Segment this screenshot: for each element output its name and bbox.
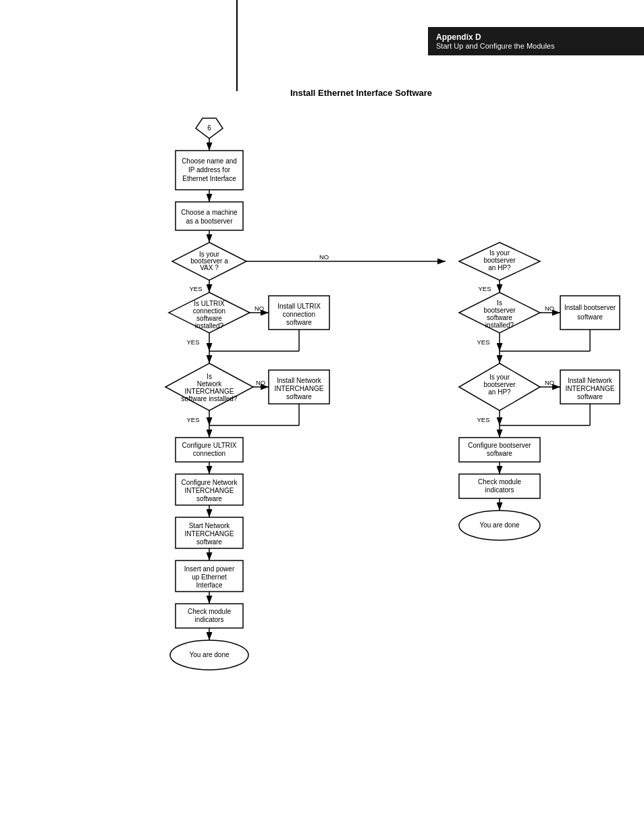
is-ni-text1: Is	[207, 373, 212, 380]
check-indicators-right-text1: Check module	[478, 478, 521, 486]
is-hp2-text3: an HP?	[488, 388, 511, 396]
install-ni-right-text1: Install Network	[568, 377, 613, 384]
yes-label-hp: YES	[478, 285, 491, 292]
yes-label-boot: YES	[477, 338, 489, 346]
no-label-vax: NO	[319, 253, 329, 261]
is-ni-text3: INTERCHANGE	[185, 388, 234, 395]
done-right-text: You are done	[479, 521, 520, 529]
configure-ni-text1: Configure Network	[182, 479, 238, 486]
configure-ultrix-text1: Configure ULTRIX	[182, 442, 237, 449]
is-boot-text2: bootserver	[483, 307, 516, 314]
is-hp-text1: Is your	[489, 249, 510, 257]
configure-ultrix-text2: connection	[193, 450, 225, 457]
is-hp-text3: an HP?	[488, 264, 511, 271]
flowchart-title: Install Ethernet Interface Software	[95, 88, 628, 98]
choose-machine-text1: Choose a machine	[181, 209, 238, 216]
is-ni-text4: software installed?	[182, 395, 238, 402]
insert-power-text1: Insert and power	[184, 565, 235, 573]
left-divider	[236, 0, 238, 91]
install-ni-right-text3: software	[577, 393, 603, 400]
no-label-boot: NO	[545, 305, 554, 312]
install-boot-text1: Install bootserver	[564, 304, 616, 311]
install-ni-text1: Install Network	[277, 377, 322, 384]
is-vax-text3: VAX ?	[200, 264, 219, 271]
is-ultrix-text3: software	[196, 315, 222, 322]
is-ultrix-text2: connection	[193, 307, 225, 315]
step6-label: 6	[207, 124, 211, 132]
start-ni-text2: INTERCHANGE	[185, 530, 234, 538]
is-hp-text2: bootserver	[483, 257, 516, 264]
insert-power-text3: Interface	[196, 581, 223, 589]
flowchart-svg: 6 Choose name and IP address for Etherne…	[115, 111, 628, 834]
yes-label-ultrix: YES	[186, 338, 199, 346]
yes-label-hp2: YES	[477, 416, 489, 423]
insert-power-text2: up Ethernet	[192, 573, 227, 581]
is-ultrix-text1: Is ULTRIX	[194, 300, 225, 307]
start-ni-text1: Start Network	[189, 522, 231, 529]
configure-ni-text2: INTERCHANGE	[185, 487, 234, 494]
check-indicators-right-text2: indicators	[485, 486, 514, 494]
yes-label-vax: YES	[189, 285, 202, 292]
check-indicators-left-text1: Check module	[188, 608, 231, 615]
configure-boot-text2: software	[487, 450, 512, 457]
no-label-ni: NO	[256, 379, 265, 386]
is-ni-text2: Network	[197, 380, 223, 388]
choose-name-text3: Ethernet Interface	[182, 175, 236, 182]
choose-machine-text2: as a bootserver	[186, 217, 234, 225]
header-bar: Appendix D Start Up and Configure the Mo…	[428, 27, 644, 55]
no-label-ultrix: NO	[254, 305, 264, 312]
flowchart-container: Install Ethernet Interface Software 6 Ch…	[115, 88, 628, 834]
install-ultrix-text1: Install ULTRIX	[277, 303, 321, 310]
install-ultrix-text2: connection	[283, 311, 315, 318]
is-boot-text3: software	[487, 314, 512, 321]
is-hp2-text1: Is your	[489, 373, 510, 381]
appendix-title: Appendix D	[436, 32, 636, 42]
configure-ni-text3: software	[196, 495, 222, 502]
choose-name-text2: IP address for	[188, 166, 231, 174]
is-boot-text1: Is	[497, 299, 502, 307]
done-left-text: You are done	[189, 651, 230, 658]
no-label-hp2: NO	[545, 379, 554, 386]
install-ni-text2: INTERCHANGE	[275, 385, 324, 392]
install-ni-right-text2: INTERCHANGE	[566, 385, 615, 392]
choose-name-text1: Choose name and	[182, 157, 237, 165]
install-ultrix-text3: software	[286, 319, 312, 326]
install-ni-text3: software	[286, 393, 312, 400]
is-boot-text4: installed?	[485, 321, 514, 329]
yes-label-ni: YES	[186, 416, 199, 423]
is-ultrix-text4: installed?	[195, 322, 224, 330]
start-ni-text3: software	[196, 538, 222, 546]
install-boot-text2: software	[577, 313, 603, 321]
configure-boot-text1: Configure bootserver	[468, 442, 531, 449]
choose-machine-box	[176, 202, 243, 230]
check-indicators-left-text2: indicators	[195, 616, 224, 623]
appendix-subtitle: Start Up and Configure the Modules	[436, 42, 636, 50]
is-hp2-text2: bootserver	[483, 381, 516, 388]
